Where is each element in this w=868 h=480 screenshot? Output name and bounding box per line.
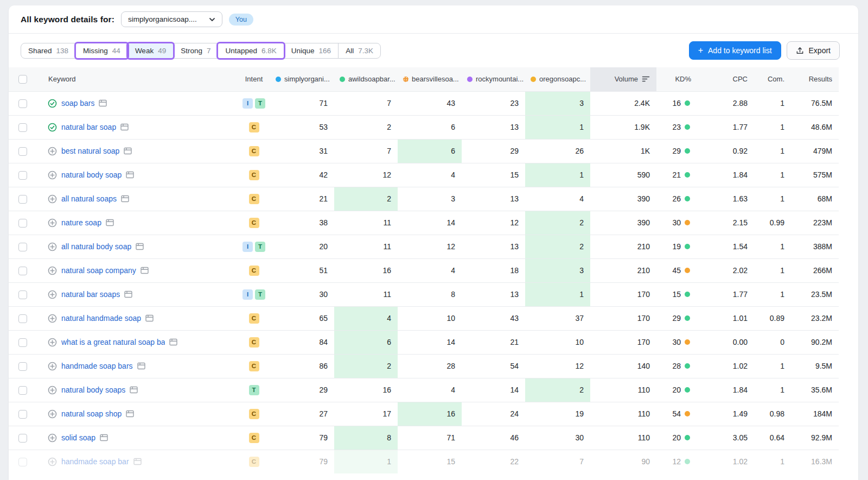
row-checkbox[interactable] (18, 434, 27, 443)
volume-cell: 1K (590, 139, 656, 163)
row-checkbox[interactable] (18, 243, 27, 251)
position-cell: 11 (334, 211, 398, 235)
serp-features-icon[interactable] (130, 386, 138, 394)
row-checkbox[interactable] (18, 338, 27, 347)
row-checkbox[interactable] (18, 195, 27, 204)
serp-features-icon[interactable] (124, 290, 132, 298)
keyword-link[interactable]: handmade soap bar (61, 457, 129, 466)
keyword-cell: all natural body soap (39, 235, 238, 258)
position-cell: 19 (525, 402, 590, 426)
keyword-link[interactable]: nature soap (61, 218, 101, 227)
select-all-checkbox[interactable] (18, 75, 27, 84)
serp-features-icon[interactable] (100, 434, 108, 441)
serp-features-icon[interactable] (137, 362, 145, 370)
row-checkbox[interactable] (18, 99, 27, 108)
keyword-link[interactable]: natural bar soaps (61, 290, 120, 299)
row-checkbox[interactable] (18, 458, 27, 466)
cpc-cell: 2.88 (698, 91, 754, 115)
tab-unique[interactable]: Unique166 (284, 43, 339, 59)
kd-value: 12 (672, 457, 681, 466)
serp-features-icon[interactable] (145, 314, 154, 322)
row-checkbox[interactable] (18, 147, 27, 156)
serp-features-icon[interactable] (133, 458, 142, 465)
row-checkbox[interactable] (18, 123, 27, 132)
keyword-link[interactable]: natural body soap (61, 170, 122, 179)
serp-features-icon[interactable] (120, 123, 129, 131)
position-cell: 8 (334, 426, 398, 450)
column-header-cpc[interactable]: CPC (698, 67, 754, 91)
kd-wrap: 28 (656, 362, 698, 370)
export-icon (796, 47, 804, 55)
keyword-link[interactable]: natural body soaps (61, 386, 125, 394)
column-header-volume[interactable]: Volume (590, 67, 656, 91)
tab-shared[interactable]: Shared138 (21, 43, 76, 59)
column-header-kd[interactable]: KD% (656, 67, 698, 91)
tab-weak[interactable]: Weak49 (127, 43, 174, 59)
keyword-link[interactable]: natural soap shop (61, 409, 122, 418)
serp-features-icon[interactable] (124, 147, 132, 155)
tab-label: Strong (181, 47, 202, 55)
com-cell: 1 (754, 378, 791, 402)
column-header-intent[interactable]: Intent (238, 67, 270, 91)
export-label: Export (809, 46, 831, 55)
domain-select[interactable]: simplyorganicsoap.... (121, 11, 222, 27)
position-cell: 20 (270, 235, 334, 258)
keyword-link[interactable]: solid soap (61, 433, 95, 442)
keyword-link[interactable]: handmade soap bars (61, 362, 133, 370)
plus-circle-icon (48, 457, 57, 466)
position-cell: 6 (398, 139, 462, 163)
tab-all[interactable]: All7.3K (338, 43, 381, 59)
plus-circle-icon (48, 218, 57, 228)
position-cell: 4 (398, 378, 462, 402)
position-cell: 2 (525, 235, 590, 258)
serp-features-icon[interactable] (106, 219, 114, 226)
serp-features-icon[interactable] (136, 243, 144, 250)
serp-features-icon[interactable] (169, 338, 177, 346)
column-header-competitor-4[interactable]: rockymountai... (462, 67, 525, 91)
export-button[interactable]: Export (787, 41, 840, 60)
serp-features-icon[interactable] (121, 195, 129, 203)
kd-wrap: 20 (656, 433, 698, 442)
row-checkbox[interactable] (18, 410, 27, 419)
row-checkbox[interactable] (18, 290, 27, 299)
kd-level-dot-icon (685, 411, 690, 416)
tab-strong[interactable]: Strong7 (173, 43, 218, 59)
keyword-link[interactable]: soap bars (61, 99, 94, 108)
column-header-com[interactable]: Com. (754, 67, 791, 91)
column-header-competitor-3[interactable]: bearsvillesoa... (398, 67, 462, 91)
serp-features-icon[interactable] (99, 99, 107, 107)
row-checkbox[interactable] (18, 386, 27, 395)
row-checkbox[interactable] (18, 314, 27, 323)
cpc-cell: 1.77 (698, 282, 754, 306)
column-header-competitor-1[interactable]: simplyorgani... (270, 67, 334, 91)
kd-level-dot-icon (685, 292, 690, 297)
keyword-link[interactable]: natural handmade soap (61, 314, 141, 323)
column-header-competitor-5[interactable]: oregonsoapc... (525, 67, 590, 91)
column-header-competitor-2[interactable]: awildsoapbar... (334, 67, 398, 91)
add-to-keyword-list-button[interactable]: + Add to keyword list (689, 41, 781, 60)
row-checkbox[interactable] (18, 171, 27, 180)
keyword-link[interactable]: natural soap company (61, 266, 136, 275)
intent-badges: C (238, 313, 270, 324)
serp-features-icon[interactable] (141, 267, 149, 274)
column-header-results[interactable]: Results (791, 67, 839, 91)
keyword-link[interactable]: all natural body soap (61, 242, 131, 251)
competitor-name: simplyorgani... (284, 75, 330, 83)
column-label: Keyword (39, 75, 76, 83)
keyword-link[interactable]: best natural soap (61, 147, 119, 155)
serp-features-icon[interactable] (126, 171, 134, 179)
intent-badge-c: C (249, 313, 259, 324)
keyword-link[interactable]: natural bar soap (61, 123, 116, 131)
table-row: natural handmade soapC654104337170291.01… (9, 306, 839, 330)
row-checkbox[interactable] (18, 219, 27, 228)
row-checkbox[interactable] (18, 362, 27, 371)
position-cell: 14 (398, 330, 462, 354)
com-cell: 1 (754, 282, 791, 306)
serp-features-icon[interactable] (126, 410, 134, 418)
tab-untapped[interactable]: Untapped6.8K (218, 43, 284, 59)
keyword-link[interactable]: what is a great natural soap ba (61, 338, 165, 346)
tab-missing[interactable]: Missing44 (75, 43, 128, 59)
column-header-keyword[interactable]: Keyword (39, 67, 238, 91)
row-checkbox[interactable] (18, 267, 27, 275)
keyword-link[interactable]: all natural soaps (61, 194, 117, 203)
